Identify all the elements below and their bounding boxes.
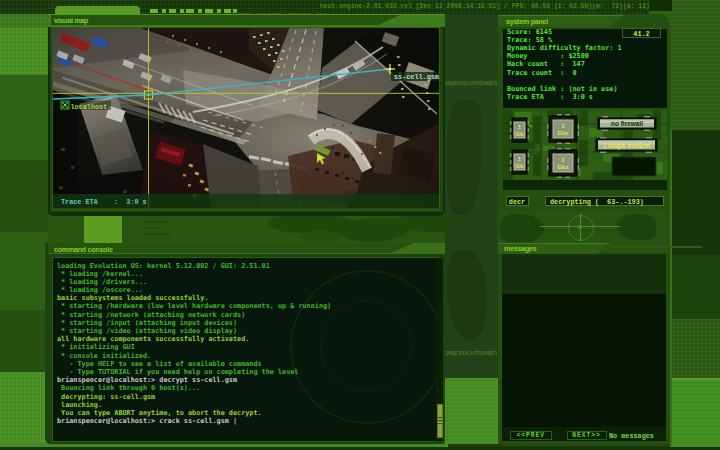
svg-text:ss-cell.gsm: ss-cell.gsm bbox=[394, 73, 439, 81]
svg-text:Gb: Gb bbox=[515, 163, 524, 169]
svg-text:Ghz: Ghz bbox=[557, 164, 568, 170]
svg-text:no firewall: no firewall bbox=[611, 120, 643, 127]
svg-text:localhost: localhost bbox=[71, 103, 108, 111]
svg-text:Gb: Gb bbox=[515, 131, 524, 137]
svg-text:1 mbps modem: 1 mbps modem bbox=[603, 142, 651, 150]
svg-text:Ghz: Ghz bbox=[557, 130, 568, 136]
